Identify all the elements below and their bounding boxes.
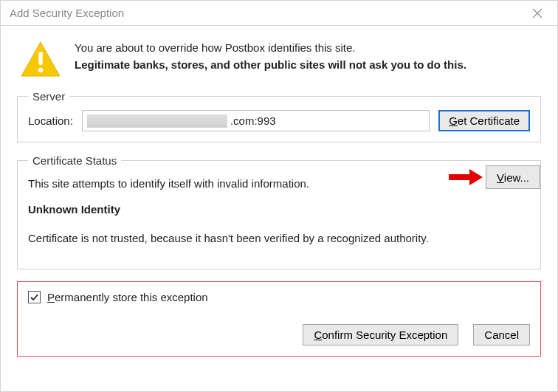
- redacted-domain: [87, 114, 227, 128]
- svg-rect-1: [38, 52, 43, 65]
- bottom-panel: Permanently store this exception Confirm…: [17, 281, 541, 357]
- cancel-button[interactable]: Cancel: [473, 324, 530, 345]
- intro-line2: Legitimate banks, stores, and other publ…: [75, 56, 466, 73]
- server-fieldset: Server Location: .com:993 Get Certificat…: [17, 90, 541, 142]
- permanent-label: Permanently store this exception: [47, 291, 208, 303]
- location-suffix: .com:993: [230, 114, 276, 127]
- svg-marker-3: [449, 169, 483, 185]
- svg-point-2: [38, 68, 43, 72]
- confirm-button[interactable]: Confirm Security Exception: [303, 324, 458, 345]
- cert-status-fieldset: Certificate Status This site attempts to…: [17, 154, 541, 269]
- cert-identity-detail: Certificate is not trusted, because it h…: [28, 230, 530, 247]
- get-certificate-button[interactable]: Get Certificate: [438, 110, 530, 131]
- location-input[interactable]: .com:993: [82, 110, 430, 131]
- close-icon[interactable]: [525, 8, 550, 18]
- location-label: Location:: [28, 114, 73, 127]
- window-title: Add Security Exception: [10, 7, 124, 19]
- permanent-checkbox[interactable]: [28, 291, 41, 303]
- cert-status-legend: Certificate Status: [28, 154, 121, 167]
- server-legend: Server: [28, 90, 69, 103]
- intro-line1: You are about to override how Postbox id…: [75, 39, 466, 56]
- arrow-icon: [449, 168, 483, 186]
- warning-icon: [20, 39, 61, 80]
- view-button[interactable]: View...: [486, 165, 540, 189]
- cert-identity-heading: Unknown Identity: [28, 203, 530, 216]
